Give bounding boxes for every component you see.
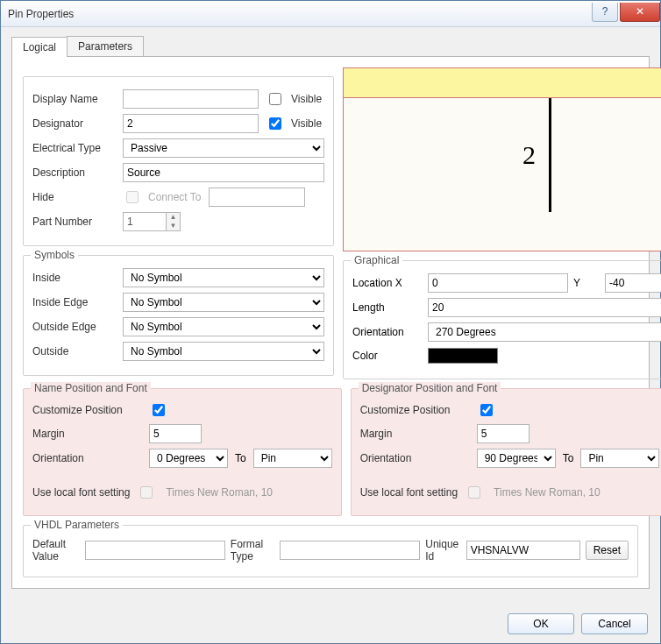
des-customize-checkbox[interactable] [480, 404, 493, 416]
preview-designator: 2 [522, 140, 536, 170]
window-title: Pin Properties [8, 8, 590, 20]
name-font-display: Times New Roman, 10 [166, 486, 273, 499]
group-title-graphical: Graphical [351, 254, 402, 266]
help-icon: ? [602, 5, 608, 18]
tab-logical[interactable]: Logical [11, 37, 68, 57]
default-value-input[interactable] [85, 541, 225, 560]
label-part-number: Part Number [32, 216, 116, 228]
label-name-customize: Customize Position [32, 404, 142, 416]
group-designator-position: Designator Position and Font Customize P… [351, 388, 661, 516]
label-outside: Outside [32, 345, 116, 357]
location-y-input[interactable] [605, 273, 661, 293]
group-title-des-pos: Designator Position and Font [359, 382, 501, 394]
des-orientation-select[interactable]: 90 Degrees [477, 449, 556, 468]
group-vhdl: VHDL Parameters Default Value Formal Typ… [23, 525, 638, 577]
tab-parameters[interactable]: Parameters [67, 36, 144, 56]
close-button[interactable]: ✕ [620, 3, 660, 22]
designator-visible-checkbox[interactable] [269, 117, 281, 130]
formal-type-input[interactable] [280, 541, 420, 560]
part-number-spinner: ▲▼ [123, 212, 181, 231]
electrical-type-select[interactable]: Passive [123, 138, 324, 158]
label-visible-2: Visible [291, 117, 322, 130]
designator-input[interactable] [123, 114, 259, 133]
tab-pane-logical: Display NameVisible DesignatorVisible El… [11, 57, 650, 589]
label-name-to: To [235, 452, 246, 464]
group-title-name-pos: Name Position and Font [31, 382, 151, 394]
label-name-localfont: Use local font setting [32, 486, 130, 499]
label-color: Color [352, 350, 423, 362]
group-title-vhdl: VHDL Parameters [31, 519, 123, 531]
outside-select[interactable]: No Symbol [123, 342, 324, 361]
name-orientation-select[interactable]: 0 Degrees [149, 449, 228, 468]
label-display-name: Display Name [32, 93, 116, 105]
pin-preview: 2 [343, 67, 661, 251]
orientation-select[interactable]: 270 Degrees [428, 322, 661, 342]
tab-strip: Logical Parameters [11, 36, 650, 57]
cancel-button[interactable]: Cancel [581, 613, 648, 634]
display-name-input[interactable] [123, 89, 259, 109]
group-main: Display NameVisible DesignatorVisible El… [23, 76, 334, 246]
name-customize-checkbox[interactable] [153, 404, 165, 416]
label-des-customize: Customize Position [360, 404, 470, 416]
window-buttons: ? ✕ [590, 3, 660, 22]
preview-component-body [344, 68, 661, 98]
ok-button[interactable]: OK [508, 613, 574, 634]
location-x-input[interactable] [428, 273, 568, 293]
label-description: Description [32, 166, 116, 179]
inside-select[interactable]: No Symbol [123, 268, 324, 287]
des-font-display: Times New Roman, 10 [494, 486, 601, 499]
name-localfont-checkbox[interactable] [140, 486, 153, 499]
display-name-visible-checkbox[interactable] [269, 93, 281, 105]
group-graphical: Graphical Location X Y Length Ori [343, 260, 661, 379]
unique-id-input[interactable] [466, 541, 580, 560]
label-inside: Inside [32, 272, 116, 284]
label-unique-id: Unique Id [425, 538, 460, 563]
name-orientation-to-select[interactable]: Pin [253, 449, 332, 468]
des-localfont-checkbox[interactable] [468, 486, 480, 499]
des-margin-input[interactable] [477, 424, 530, 443]
label-location-y: Y [573, 277, 600, 289]
des-orientation-to-select[interactable]: Pin [580, 449, 659, 468]
spinner-down-icon[interactable]: ▼ [167, 222, 180, 230]
label-electrical-type: Electrical Type [32, 142, 116, 154]
spinner-up-icon[interactable]: ▲ [167, 213, 180, 222]
label-des-orientation: Orientation [360, 452, 470, 464]
hide-checkbox[interactable] [126, 191, 139, 203]
label-outside-edge: Outside Edge [32, 321, 116, 333]
dialog-window: Pin Properties ? ✕ Logical Parameters Di… [0, 0, 661, 644]
label-des-localfont: Use local font setting [360, 486, 458, 499]
titlebar: Pin Properties ? ✕ [1, 1, 660, 27]
inside-edge-select[interactable]: No Symbol [123, 293, 324, 312]
connect-to-input [209, 188, 305, 207]
group-title-symbols: Symbols [31, 249, 78, 261]
label-des-to: To [563, 452, 574, 464]
group-symbols: Symbols InsideNo Symbol Inside EdgeNo Sy… [23, 255, 334, 376]
label-inside-edge: Inside Edge [32, 296, 116, 308]
label-des-margin: Margin [360, 428, 470, 440]
label-name-margin: Margin [32, 428, 142, 440]
label-visible-1: Visible [291, 93, 322, 105]
label-name-orientation: Orientation [32, 452, 142, 464]
group-name-position: Name Position and Font Customize Positio… [23, 388, 342, 516]
length-input[interactable] [428, 298, 661, 317]
help-button[interactable]: ? [592, 3, 618, 22]
preview-pin-line [549, 98, 551, 212]
label-connect-to: Connect To [148, 191, 202, 203]
part-number-input [123, 212, 167, 231]
content-area: Logical Parameters Display NameVisible D… [1, 27, 660, 605]
label-orientation-g: Orientation [352, 326, 423, 338]
label-location-x: Location X [352, 277, 423, 289]
label-default-value: Default Value [32, 538, 80, 563]
label-hide: Hide [32, 191, 116, 203]
name-margin-input[interactable] [149, 424, 202, 443]
reset-button[interactable]: Reset [586, 541, 629, 560]
description-input[interactable] [123, 163, 324, 182]
label-length: Length [352, 301, 423, 314]
dialog-footer: OK Cancel [1, 605, 660, 643]
label-formal-type: Formal Type [231, 538, 274, 563]
outside-edge-select[interactable]: No Symbol [123, 317, 324, 336]
color-swatch[interactable] [428, 348, 498, 364]
label-designator: Designator [32, 117, 116, 130]
close-icon: ✕ [636, 5, 644, 18]
